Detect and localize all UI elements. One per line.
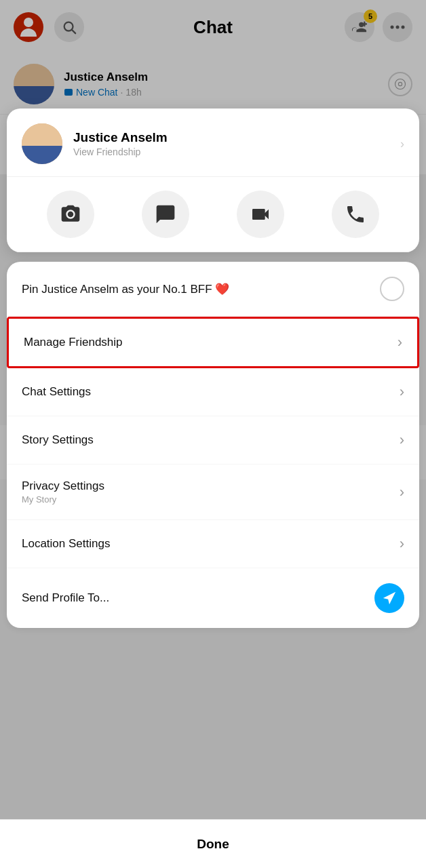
done-bar[interactable]: Done [0,819,426,868]
privacy-settings-sub: My Story [22,494,104,505]
more-button[interactable] [383,12,412,42]
modal-profile-sub: View Friendship [73,146,389,157]
menu-item-privacy-settings[interactable]: Privacy Settings My Story › [7,465,419,520]
svg-point-5 [396,26,400,29]
pin-bff-toggle[interactable] [380,277,404,301]
chat-sub-label-justice: New Chat [76,87,117,98]
chat-avatar-justice [14,64,54,104]
modal-profile-info: Justice Anselm View Friendship [73,130,389,157]
modal-card: Justice Anselm View Friendship › [7,108,419,252]
menu-item-manage-friendship[interactable]: Manage Friendship › [7,317,419,368]
profile-chevron-icon: › [400,137,404,151]
location-settings-chevron: › [400,535,404,553]
privacy-settings-chevron: › [400,484,404,501]
svg-point-8 [398,82,402,85]
svg-rect-7 [64,89,73,96]
story-settings-label: Story Settings [22,433,94,447]
header: Chat 5 [0,0,426,54]
svg-point-6 [402,26,405,29]
menu-item-location-settings[interactable]: Location Settings › [7,520,419,568]
chat-name-justice: Justice Anselm [64,71,379,84]
menu-card: Pin Justice Anselm as your No.1 BFF ❤️ M… [7,262,419,628]
pin-bff-text: Pin Justice Anselm as your No.1 BFF ❤️ [22,282,229,296]
done-button[interactable]: Done [197,837,229,852]
menu-item-send-profile[interactable]: Send Profile To... [7,568,419,628]
privacy-settings-texts: Privacy Settings My Story [22,479,104,505]
chat-settings-label: Chat Settings [22,385,91,399]
svg-point-4 [391,26,394,29]
action-buttons-row [7,177,419,252]
chat-time-justice: 18h [125,87,141,98]
profile-silhouette [19,18,38,37]
modal-profile-row[interactable]: Justice Anselm View Friendship › [7,108,419,177]
pin-bff-right [380,277,404,301]
chat-action-button[interactable] [142,191,189,238]
notification-badge: 5 [364,9,377,23]
chat-info-justice: Justice Anselm New Chat · 18h [64,71,379,98]
privacy-settings-label: Privacy Settings [22,479,104,493]
header-left [14,12,84,42]
svg-line-1 [72,30,75,33]
location-settings-label: Location Settings [22,537,110,551]
camera-action-justice[interactable] [388,72,412,96]
add-friend-button[interactable]: 5 [345,12,374,42]
menu-item-pin-bff[interactable]: Pin Justice Anselm as your No.1 BFF ❤️ [7,262,419,317]
menu-item-chat-settings[interactable]: Chat Settings › [7,368,419,416]
chat-settings-chevron: › [400,383,404,401]
send-profile-label: Send Profile To... [22,591,109,605]
modal-user-avatar [22,123,62,164]
pin-bff-label: Pin Justice Anselm as your No.1 BFF ❤️ [22,282,229,296]
menu-item-story-settings[interactable]: Story Settings › [7,416,419,465]
story-settings-chevron: › [400,431,404,449]
modal-profile-name: Justice Anselm [73,130,389,145]
manage-friendship-chevron: › [398,334,402,351]
phone-call-button[interactable] [332,191,379,238]
header-right: 5 [345,12,412,42]
search-button[interactable] [54,12,84,42]
chat-row-justice[interactable]: Justice Anselm New Chat · 18h [0,54,426,114]
page-title: Chat [193,17,233,38]
manage-friendship-label: Manage Friendship [24,336,123,349]
camera-action-button[interactable] [47,191,94,238]
profile-avatar[interactable] [14,12,43,42]
video-call-button[interactable] [237,191,284,238]
chat-sub-justice: New Chat · 18h [64,87,379,98]
send-profile-button[interactable] [374,583,404,613]
